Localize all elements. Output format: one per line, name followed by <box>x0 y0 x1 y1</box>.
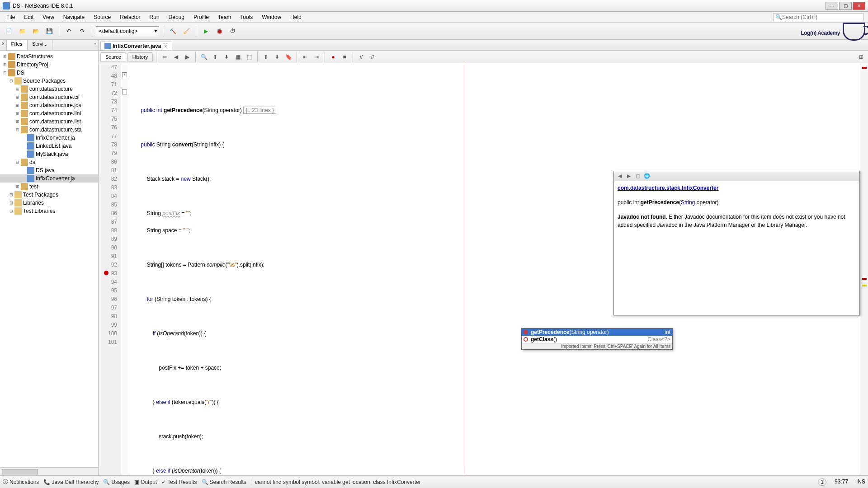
panel-minimize-button[interactable]: ▫ <box>92 40 98 50</box>
tree-item[interactable]: ⊞Test Packages <box>0 191 98 199</box>
tree-item[interactable]: MyStack.java <box>0 150 98 158</box>
find-selection-button[interactable]: 🔍 <box>199 52 209 62</box>
project-tree[interactable]: ⊞DataStructures⊞DirectoryProj⊟DS⊟Source … <box>0 51 98 467</box>
menu-run[interactable]: Run <box>145 13 164 22</box>
search-icon: 🔍 <box>202 479 208 485</box>
error-marker[interactable] <box>862 67 867 69</box>
status-notifications[interactable]: ⓘNotifications <box>3 478 39 486</box>
prev-bookmark-button[interactable]: ⬆ <box>261 52 271 62</box>
tree-item[interactable]: InfixConverter.ja <box>0 134 98 142</box>
clean-build-button[interactable]: 🧹 <box>180 25 192 37</box>
menu-profile[interactable]: Profile <box>189 13 213 22</box>
status-test-results[interactable]: ✓Test Results <box>161 479 197 485</box>
tree-item[interactable]: ⊞com.datastructure.jos <box>0 101 98 109</box>
tree-item[interactable]: ⊞com.datastructure.linl <box>0 109 98 117</box>
tree-item[interactable]: ⊞Libraries <box>0 199 98 207</box>
shift-right-button[interactable]: ⇥ <box>311 52 321 62</box>
tree-item[interactable]: ⊞Test Libraries <box>0 207 98 215</box>
editor-tab-history[interactable]: History <box>127 52 153 61</box>
tree-item[interactable]: LinkedList.java <box>0 142 98 150</box>
tree-item[interactable]: ⊞com.datastructure.list <box>0 117 98 126</box>
menu-help[interactable]: Help <box>286 13 306 22</box>
macro-stop-button[interactable]: ■ <box>340 52 349 62</box>
tree-item[interactable]: ⊞DirectoryProj <box>0 61 98 69</box>
tree-item[interactable]: InfixConverter.ja <box>0 174 98 183</box>
status-search-results[interactable]: 🔍Search Results <box>202 479 246 485</box>
run-button[interactable]: ▶ <box>200 25 212 37</box>
build-button[interactable]: 🔨 <box>167 25 179 37</box>
menu-window[interactable]: Window <box>257 13 286 22</box>
tab-infixconverter[interactable]: InfixConverter.java × <box>100 42 172 50</box>
editor-tab-source[interactable]: Source <box>100 52 126 61</box>
menu-refactor[interactable]: Refactor <box>115 13 145 22</box>
run-config-combo[interactable]: <default config> <box>96 26 159 36</box>
fold-toggle[interactable]: + <box>122 72 127 77</box>
fold-toggle[interactable]: − <box>122 89 127 94</box>
menu-team[interactable]: Team <box>213 13 236 22</box>
tab-files[interactable]: Files <box>7 40 28 50</box>
line-gutter: 4748717273747576777879808182838485868788… <box>99 63 121 475</box>
error-strip[interactable] <box>860 63 868 475</box>
shift-left-button[interactable]: ⇤ <box>300 52 310 62</box>
nav-fwd-button[interactable]: ▶ <box>182 52 192 62</box>
minimize-button[interactable]: — <box>826 2 838 10</box>
profile-button[interactable]: ⏱ <box>227 25 239 37</box>
open-project-button[interactable]: 📂 <box>30 25 42 37</box>
tree-item[interactable]: ⊞com.datastructure.cir <box>0 93 98 101</box>
code-editor[interactable]: 4748717273747576777879808182838485868788… <box>99 63 868 475</box>
tree-item[interactable]: DS.java <box>0 166 98 174</box>
status-insert-mode[interactable]: INS <box>856 479 865 486</box>
panel-close-button[interactable]: × <box>0 40 7 50</box>
menu-edit[interactable]: Edit <box>19 13 38 22</box>
search-input[interactable] <box>782 14 861 20</box>
redo-button[interactable]: ↷ <box>76 25 88 37</box>
undo-button[interactable]: ↶ <box>63 25 75 37</box>
close-button[interactable]: ✕ <box>853 2 865 10</box>
tree-item[interactable]: ⊞test <box>0 183 98 191</box>
comment-button[interactable]: // <box>356 52 366 62</box>
error-marker[interactable] <box>862 278 867 280</box>
menu-view[interactable]: View <box>38 13 59 22</box>
file-tab-close[interactable]: × <box>163 43 168 49</box>
editor-split-button[interactable]: ⊞ <box>856 52 866 62</box>
menu-tools[interactable]: Tools <box>236 13 257 22</box>
tree-item[interactable]: ⊞DataStructures <box>0 52 98 61</box>
code-content[interactable]: public int getPrecedence(String operator… <box>129 63 860 475</box>
new-file-button[interactable]: 📄 <box>3 25 14 37</box>
macro-record-button[interactable]: ● <box>328 52 338 62</box>
warning-marker[interactable] <box>862 285 867 286</box>
editor-toolbar: Source History ⇦ ◀ ▶ 🔍 ⬆ ⬇ ▦ ⬚ ⬆ ⬇ 🔖 ⇤ ⇥… <box>99 51 868 63</box>
menu-source[interactable]: Source <box>89 13 115 22</box>
menu-debug[interactable]: Debug <box>164 13 189 22</box>
status-usages[interactable]: 🔍Usages <box>103 479 130 485</box>
last-edit-button[interactable]: ⇦ <box>160 52 170 62</box>
tree-item[interactable]: ⊞com.datastructure <box>0 85 98 93</box>
maximize-button[interactable]: ▢ <box>839 2 852 10</box>
toggle-bookmark-button[interactable]: 🔖 <box>283 52 293 62</box>
menu-navigate[interactable]: Navigate <box>59 13 89 22</box>
nav-back-button[interactable]: ◀ <box>171 52 181 62</box>
debug-button[interactable]: 🐞 <box>213 25 225 37</box>
find-next-button[interactable]: ⬇ <box>222 52 231 62</box>
toggle-rect-button[interactable]: ⬚ <box>244 52 254 62</box>
new-project-button[interactable]: 📁 <box>16 25 28 37</box>
toggle-highlight-button[interactable]: ▦ <box>233 52 243 62</box>
tree-item[interactable]: ⊟com.datastructure.sta <box>0 126 98 134</box>
tree-item[interactable]: ⊟DS <box>0 69 98 77</box>
fold-strip[interactable]: + − <box>121 63 129 475</box>
uncomment-button[interactable]: // <box>368 52 377 62</box>
find-prev-button[interactable]: ⬆ <box>210 52 220 62</box>
panel-hscroll[interactable] <box>0 467 98 475</box>
tab-services[interactable]: Servi... <box>28 40 52 50</box>
tree-item[interactable]: ⊟ds <box>0 158 98 166</box>
menu-file[interactable]: File <box>2 13 19 22</box>
tree-item[interactable]: ⊟Source Packages <box>0 77 98 85</box>
save-all-button[interactable]: 💾 <box>43 25 55 37</box>
global-search[interactable]: 🔍 <box>773 13 863 21</box>
search-icon: 🔍 <box>775 14 782 20</box>
next-bookmark-button[interactable]: ⬇ <box>272 52 282 62</box>
status-error-badge[interactable]: 1 <box>818 479 826 486</box>
status-output[interactable]: ▣Output <box>134 479 157 485</box>
status-call-hierarchy[interactable]: 📞Java Call Hierarchy <box>43 479 99 485</box>
java-file-icon <box>104 43 111 49</box>
